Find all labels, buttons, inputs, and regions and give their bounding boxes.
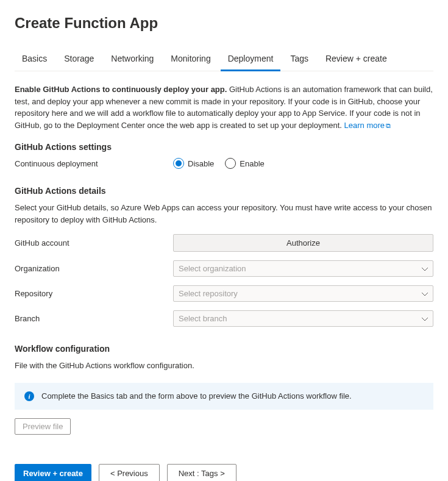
info-banner: i Complete the Basics tab and the form a… <box>15 383 433 410</box>
cd-label: Continuous deployment <box>15 159 173 168</box>
intro-bold: Enable GitHub Actions to continuously de… <box>15 85 227 94</box>
previous-button[interactable]: < Previous <box>99 464 160 482</box>
preview-file-button[interactable]: Preview file <box>15 418 71 435</box>
chevron-down-icon <box>422 289 428 298</box>
authorize-button[interactable]: Authorize <box>173 234 433 252</box>
workflow-desc: File with the GitHub Actions workflow co… <box>15 360 433 372</box>
tab-tags[interactable]: Tags <box>283 49 316 71</box>
branch-label: Branch <box>15 314 173 323</box>
repo-placeholder: Select repository <box>179 289 238 298</box>
org-placeholder: Select organization <box>179 264 246 273</box>
account-label: GitHub account <box>15 238 173 248</box>
radio-disable-label: Disable <box>188 159 214 168</box>
tab-monitoring[interactable]: Monitoring <box>163 49 218 71</box>
workflow-section-title: Workflow configuration <box>15 344 433 354</box>
radio-enable-label: Enable <box>240 159 264 168</box>
info-text: Complete the Basics tab and the form abo… <box>41 391 352 401</box>
radio-circle-icon <box>225 158 236 169</box>
tab-storage[interactable]: Storage <box>57 49 101 71</box>
org-label: Organization <box>15 264 173 273</box>
learn-more-link[interactable]: Learn more⧉ <box>344 121 391 130</box>
radio-disable[interactable]: Disable <box>173 158 214 169</box>
tab-networking[interactable]: Networking <box>104 49 161 71</box>
settings-section-title: GitHub Actions settings <box>15 142 433 152</box>
branch-select[interactable]: Select branch <box>173 310 433 327</box>
footer-actions: Review + create < Previous Next : Tags > <box>15 464 433 482</box>
branch-placeholder: Select branch <box>179 314 227 323</box>
org-select[interactable]: Select organization <box>173 260 433 277</box>
info-icon: i <box>24 391 34 401</box>
tab-basics[interactable]: Basics <box>15 49 54 71</box>
radio-circle-icon <box>173 158 184 169</box>
details-section-title: GitHub Actions details <box>15 186 433 196</box>
tabs-nav: Basics Storage Networking Monitoring Dep… <box>15 49 433 71</box>
repo-label: Repository <box>15 289 173 298</box>
chevron-down-icon <box>422 264 428 273</box>
review-create-button[interactable]: Review + create <box>15 464 91 482</box>
chevron-down-icon <box>422 314 428 323</box>
next-button[interactable]: Next : Tags > <box>167 464 236 482</box>
page-title: Create Function App <box>15 15 433 32</box>
tab-review[interactable]: Review + create <box>318 49 394 71</box>
tab-deployment[interactable]: Deployment <box>221 49 281 71</box>
external-link-icon: ⧉ <box>386 122 391 129</box>
radio-enable[interactable]: Enable <box>225 158 264 169</box>
repo-select[interactable]: Select repository <box>173 285 433 302</box>
intro-text: Enable GitHub Actions to continuously de… <box>15 84 433 131</box>
details-desc: Select your GitHub details, so Azure Web… <box>15 202 433 226</box>
